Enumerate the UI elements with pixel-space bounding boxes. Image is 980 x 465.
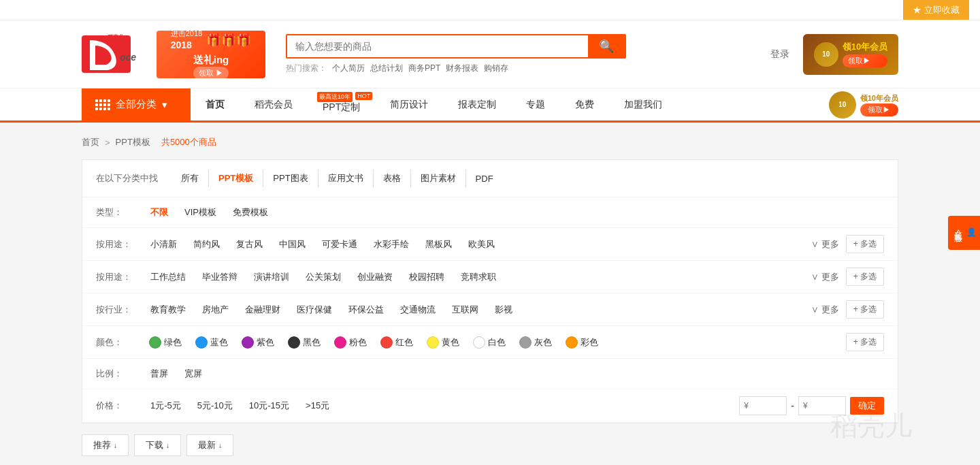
vip-action[interactable]: 领取▶ [843, 54, 887, 67]
nav-item-report[interactable]: 报表定制 [443, 89, 511, 121]
collect-button[interactable]: ★ 立即收藏 [903, 0, 969, 20]
filter-type-free[interactable]: 免费模板 [226, 204, 275, 221]
nav-item-ppt-customize[interactable]: PPT定制 最高送10年 HOT [308, 89, 375, 121]
nav-item-topics[interactable]: 专题 [511, 89, 560, 121]
filter-color-item-7[interactable]: 白色 [468, 335, 511, 350]
filter-style-0[interactable]: 小清新 [144, 236, 184, 253]
filter-color-item-5[interactable]: 红色 [375, 335, 419, 350]
filter-style-5[interactable]: 水彩手绘 [367, 236, 416, 253]
filter-type-vip[interactable]: VIP模板 [178, 204, 223, 221]
price-max-input[interactable] [798, 396, 846, 415]
header: ocer 稻壳儿 进击2018 2018 🎁🎁🎁 送礼ing 领取 ▶ 🔍 热门… [0, 20, 980, 89]
filter-tab-chart[interactable]: PPT图表 [263, 170, 318, 187]
filter-color-item-3[interactable]: 黑色 [282, 335, 326, 350]
filter-tab-image[interactable]: 图片素材 [411, 170, 466, 187]
filter-price-1[interactable]: 5元-10元 [191, 398, 240, 414]
sort-bar: 推荐 ↓ 下载 ↓ 最新 ↓ [82, 434, 898, 462]
filter-tab-table[interactable]: 表格 [374, 170, 411, 187]
promo-action[interactable]: 领取 ▶ [193, 67, 229, 80]
filter-price-label: 价格： [96, 400, 144, 412]
price-confirm-button[interactable]: 确定 [850, 397, 884, 415]
filter-industry-5[interactable]: 交通物流 [393, 302, 442, 318]
filter-purpose-5[interactable]: 校园招聘 [402, 269, 451, 285]
filter-industry-actions: ∨ 更多 + 多选 [811, 300, 884, 319]
filter-industry-more[interactable]: ∨ 更多 [811, 304, 839, 316]
filter-color-label-4: 粉色 [349, 336, 367, 349]
hot-search-item-1[interactable]: 总结计划 [370, 63, 403, 74]
filter-tab-ppt[interactable]: PPT模板 [209, 170, 263, 187]
filter-style-more[interactable]: ∨ 更多 [811, 238, 839, 251]
filter-purpose-0[interactable]: 工作总结 [144, 269, 193, 285]
filter-purpose-4[interactable]: 创业融资 [350, 269, 399, 285]
filter-industry-2[interactable]: 金融理财 [238, 302, 287, 318]
filter-color-multiselect[interactable]: + 多选 [846, 333, 884, 351]
nav-item-vip[interactable]: 稻壳会员 [240, 89, 308, 121]
filter-color-item-8[interactable]: 灰色 [514, 335, 557, 350]
filter-color-item-2[interactable]: 紫色 [236, 335, 280, 350]
nav-all-categories[interactable]: 全部分类 ▾ [82, 89, 191, 121]
filter-price-2[interactable]: 10元-15元 [242, 398, 296, 414]
search-button[interactable]: 🔍 [588, 35, 625, 57]
login-button[interactable]: 登录 [770, 48, 789, 61]
filter-purpose-3[interactable]: 公关策划 [299, 269, 348, 285]
filter-purpose-multiselect[interactable]: + 多选 [846, 268, 884, 286]
filter-industry-4[interactable]: 环保公益 [342, 302, 391, 318]
search-input[interactable] [287, 35, 588, 57]
nav-item-free[interactable]: 免费 [560, 89, 609, 121]
price-min-input[interactable] [739, 396, 787, 415]
breadcrumb-home[interactable]: 首页 [82, 136, 99, 148]
hot-search-item-0[interactable]: 个人简历 [332, 63, 365, 74]
filter-tab-pdf[interactable]: PDF [466, 171, 503, 187]
filter-industry-0[interactable]: 教育教学 [144, 302, 193, 318]
filter-color-item-1[interactable]: 蓝色 [190, 335, 233, 350]
filter-industry-6[interactable]: 互联网 [445, 302, 485, 318]
filter-type-all[interactable]: 不限 [144, 204, 175, 221]
filter-industry-7[interactable]: 影视 [488, 302, 519, 318]
hot-search-item-2[interactable]: 商务PPT [408, 63, 440, 74]
filter-style-1[interactable]: 简约风 [186, 236, 227, 253]
customer-service-sidebar[interactable]: 👤 在线客服<< [948, 215, 980, 249]
filter-price-3[interactable]: >15元 [299, 398, 336, 414]
sort-recommend[interactable]: 推荐 ↓ [82, 434, 129, 456]
filter-color-label: 颜色： [96, 336, 144, 349]
filter-color-item-9[interactable]: 彩色 [560, 335, 604, 350]
nav-vip-promo[interactable]: 10 领10年会员 领取▶ [829, 89, 898, 121]
filter-style-multiselect[interactable]: + 多选 [846, 235, 884, 253]
filter-price-0[interactable]: 1元-5元 [144, 398, 188, 414]
filter-purpose-2[interactable]: 演讲培训 [247, 269, 296, 285]
filter-color-item-0[interactable]: 绿色 [144, 335, 187, 350]
filter-tab-doc[interactable]: 应用文书 [318, 170, 374, 187]
breadcrumb-count: 共5000个商品 [161, 136, 216, 148]
filter-purpose-more[interactable]: ∨ 更多 [811, 271, 839, 283]
filter-color-item-4[interactable]: 粉色 [329, 335, 372, 350]
filter-purpose-6[interactable]: 竞聘求职 [454, 269, 503, 285]
sort-newest[interactable]: 最新 ↓ [186, 434, 233, 456]
filter-industry-multiselect[interactable]: + 多选 [846, 300, 884, 319]
filter-ratio-1[interactable]: 宽屏 [178, 366, 209, 382]
dropdown-arrow-icon: ▾ [162, 99, 167, 111]
filter-style-2[interactable]: 复古风 [229, 236, 270, 253]
filter-style-7[interactable]: 欧美风 [461, 236, 502, 253]
filter-tab-all[interactable]: 所有 [172, 170, 209, 187]
sort-download[interactable]: 下载 ↓ [134, 434, 181, 456]
hot-search-item-3[interactable]: 财务报表 [446, 63, 478, 74]
filter-style-3[interactable]: 中国风 [272, 236, 312, 253]
filter-style-4[interactable]: 可爱卡通 [315, 236, 364, 253]
nav-item-home[interactable]: 首页 [191, 89, 240, 121]
filter-tabs-row: 在以下分类中找 所有 PPT模板 PPT图表 应用文书 表格 图片素材 PDF [82, 160, 898, 197]
vip-promo-text: 领10年会员 领取▶ [843, 41, 887, 67]
nav-item-resume[interactable]: 简历设计 [375, 89, 443, 121]
filter-industry-3[interactable]: 医疗保健 [290, 302, 339, 318]
filter-style-row: 按用途： 小清新 简约风 复古风 中国风 可爱卡通 水彩手绘 黑板风 欧美风 ∨… [82, 228, 898, 261]
filter-industry-1[interactable]: 房地产 [195, 302, 235, 318]
hot-search-item-4[interactable]: 购销存 [484, 63, 508, 74]
filter-color-label-9: 彩色 [581, 336, 598, 349]
filter-ratio-0[interactable]: 普屏 [144, 366, 175, 382]
nav-item-join[interactable]: 加盟我们 [609, 89, 677, 121]
sort-newest-arrow: ↓ [218, 442, 222, 449]
filter-style-6[interactable]: 黑板风 [419, 236, 459, 253]
filter-color-item-6[interactable]: 黄色 [421, 335, 465, 350]
vip-promo-button[interactable]: 10 领10年会员 领取▶ [803, 34, 898, 75]
filter-purpose-1[interactable]: 毕业答辩 [195, 269, 244, 285]
nav-vip-text: 领10年会员 领取▶ [860, 93, 898, 116]
